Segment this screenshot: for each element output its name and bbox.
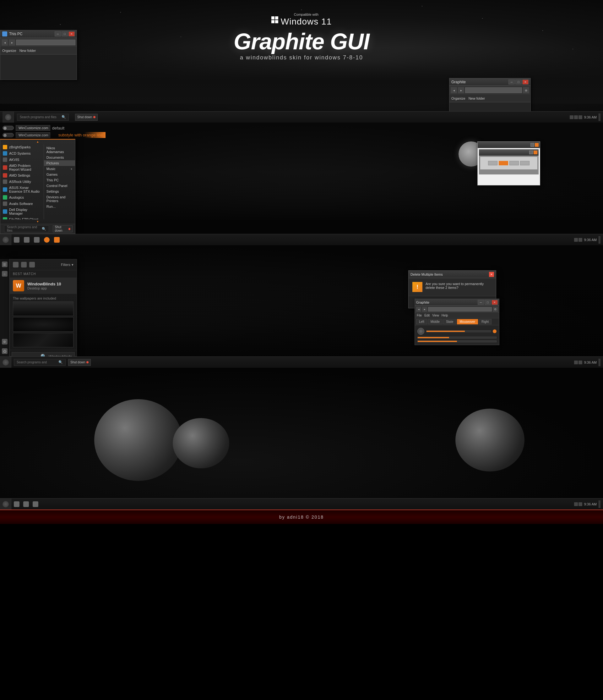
taskbar-icon-1-s4[interactable] (12, 500, 21, 508)
start-menu-columns: zBrightSparks ACD Systems AKVIS AMD Prob… (0, 144, 75, 219)
start-right-run[interactable]: Run... (44, 204, 75, 209)
wallpaper-thumb-2[interactable] (13, 317, 74, 332)
substyle-toggle-2[interactable] (2, 133, 14, 138)
start-button-s1[interactable] (2, 111, 14, 123)
taskbar-icon-3-s4[interactable] (31, 500, 40, 508)
list-item[interactable]: ACD Systems (0, 150, 44, 156)
maximize-button[interactable]: □ (61, 31, 68, 36)
graphite-close-s3[interactable]: ✕ (492, 300, 498, 305)
list-item[interactable]: AKVIS (0, 156, 44, 163)
graphite-back-s1[interactable]: ◂ (451, 87, 457, 93)
graphite-titlebar-s1[interactable]: Graphite ─ □ ✕ (449, 78, 530, 86)
bulb-large-1 (94, 399, 182, 481)
win10-hamburger-icon[interactable]: ☰ (2, 261, 7, 267)
tab-mouseover[interactable]: Mouseover (457, 319, 478, 324)
graphite-address-s1[interactable] (465, 88, 522, 93)
list-item[interactable]: Avalis Software (0, 201, 44, 207)
start-right-settings[interactable]: Settings (44, 189, 75, 194)
show-desktop-s2[interactable] (599, 236, 601, 244)
taskbar-icon-2-s4[interactable] (22, 500, 30, 508)
taskbar-pinned-cortana[interactable] (23, 236, 31, 244)
taskbar-pinned-multitask[interactable] (33, 236, 41, 244)
graphite-address-s3[interactable] (428, 307, 492, 311)
menu-file[interactable]: File (417, 314, 422, 317)
explorer-window-s1[interactable]: This PC ─ □ ✕ ◂ ▸ Organize New folder (0, 30, 77, 80)
start-right-devices[interactable]: Devices and Printers (44, 194, 75, 204)
menu-view[interactable]: View (432, 314, 439, 317)
forward-arrow-icon[interactable]: ▸ (9, 39, 15, 46)
graphite-settings-s3[interactable]: ⚙ (493, 307, 498, 312)
list-item[interactable]: AMD Settings (0, 172, 44, 178)
win10-home-icon[interactable]: ⌂ (2, 271, 7, 277)
tab-middle[interactable]: Middle (428, 319, 443, 324)
graphite-new-folder-s1[interactable]: New folder (469, 97, 485, 100)
address-bar[interactable] (16, 40, 75, 45)
win10-app-result[interactable]: W WindowBlinds 10 Desktop app (10, 278, 77, 294)
start-right-games[interactable]: Games (44, 172, 75, 177)
start-button-s2[interactable] (0, 234, 11, 246)
graphite-search-icon-s1[interactable]: ⊕ (523, 87, 529, 93)
graphite-window-s1[interactable]: Graphite ─ □ ✕ ◂ ▸ ⊕ Organize New folder (449, 78, 531, 115)
substyle-toggle-1[interactable] (2, 126, 14, 130)
start-right-documents[interactable]: Documents (44, 155, 75, 160)
list-item[interactable]: Auslogics (0, 194, 44, 201)
graphite-maximize-s1[interactable]: □ (515, 79, 522, 84)
search-area-s3[interactable]: Search programs and 🔍 (14, 359, 65, 366)
graphite-close-s1[interactable]: ✕ (522, 79, 529, 84)
graphite-forward-s1[interactable]: ▸ (458, 87, 464, 93)
filters-label[interactable]: Filters ▾ (61, 263, 74, 267)
new-folder-btn[interactable]: New folder (20, 49, 36, 52)
show-desktop-s4[interactable] (599, 500, 601, 508)
sidebar-item-dell-display-manager[interactable]: Dell Display Manager (0, 207, 44, 216)
start-right-pictures[interactable]: Pictures (44, 160, 75, 166)
graphite-titlebar-s3: Graphite ─ □ ✕ (415, 299, 499, 306)
start-button-s3[interactable] (0, 357, 11, 368)
slider-1[interactable] (426, 330, 491, 332)
start-right-music[interactable]: Music ▸ (44, 166, 75, 172)
graphite-maximize-s3[interactable]: □ (484, 300, 491, 305)
shutdown-button-s3[interactable]: Shut down (68, 359, 91, 366)
graphite-organize-s1[interactable]: Organize (451, 97, 466, 100)
list-item[interactable]: AMD Problem Report Wizard (0, 163, 44, 172)
win10-power-icon[interactable]: ⏻ (2, 348, 7, 354)
menu-edit[interactable]: Edit (424, 314, 430, 317)
start-right-controlpanel[interactable]: Control Panel (44, 183, 75, 189)
graphite-controls-s3: ─ □ ✕ (478, 300, 498, 305)
minimize-button[interactable]: ─ (55, 31, 61, 36)
graphite-back-s3[interactable]: ◂ (416, 307, 421, 312)
tab-left[interactable]: Left (416, 319, 427, 324)
show-desktop-s3[interactable] (599, 359, 601, 366)
wallpaper-thumb-3[interactable] (13, 333, 74, 347)
taskbar-pinned-active[interactable] (53, 236, 61, 244)
list-item[interactable]: FileZilla FTP Client (0, 216, 44, 219)
taskbar-pinned-search[interactable] (12, 236, 21, 244)
start-search-s2[interactable]: Search programs and files 🔍 (4, 225, 49, 232)
delete-close-button[interactable]: ✕ (489, 272, 494, 277)
graphite-minimize-s3[interactable]: ─ (478, 300, 484, 305)
win10-settings-icon[interactable]: ⚙ (2, 339, 7, 345)
show-desktop-s1[interactable] (599, 114, 601, 121)
taskbar-pinned-gear[interactable] (43, 236, 51, 244)
start-button-s4[interactable] (0, 499, 11, 510)
search-area-s1[interactable]: Search programs and files 🔍 (17, 114, 69, 121)
gui-inner-buttons (480, 157, 538, 169)
list-item[interactable]: ASUS Xonar Essence STX Audio (0, 185, 44, 194)
tab-right[interactable]: Right (479, 319, 492, 324)
close-button[interactable]: ✕ (69, 31, 75, 36)
graphite-window-s3[interactable]: Graphite ─ □ ✕ ◂ ▸ ⚙ File Edit View Help… (415, 299, 499, 345)
shutdown-button-s1[interactable]: Shut down (75, 114, 98, 121)
list-item[interactable]: ASRock Utility (0, 178, 44, 185)
slider-2[interactable] (417, 336, 497, 339)
shutdown-button-s2[interactable]: Shut down (53, 225, 73, 232)
graphite-minimize-s1[interactable]: ─ (508, 79, 515, 84)
tab-state[interactable]: State (443, 319, 456, 324)
wallpaper-thumb-1[interactable] (13, 301, 74, 316)
menu-help[interactable]: Help (442, 314, 448, 317)
start-right-thispc[interactable]: This PC (44, 177, 75, 183)
back-arrow-icon[interactable]: ◂ (2, 39, 8, 46)
list-item[interactable]: zBrightSparks (0, 144, 44, 150)
explorer-titlebar-s1[interactable]: This PC ─ □ ✕ (0, 30, 77, 38)
organize-btn[interactable]: Organize (2, 49, 16, 52)
graphite-forward-s3[interactable]: ▸ (422, 307, 427, 312)
knob-1[interactable] (417, 328, 424, 335)
